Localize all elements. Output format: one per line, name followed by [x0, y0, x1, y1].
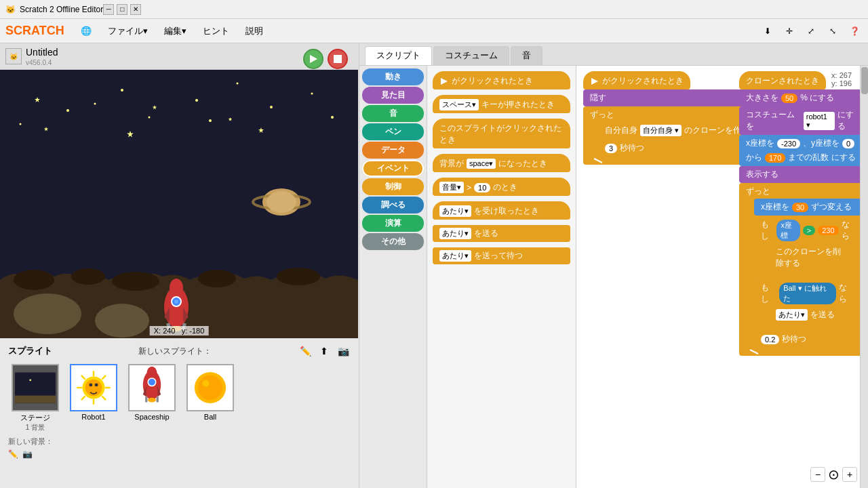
menu-help[interactable]: 説明 [240, 22, 269, 40]
setxy-y1[interactable]: 0 [842, 139, 854, 148]
send-wait-input[interactable]: あたり▾ [439, 250, 471, 262]
sprite-item-robot1[interactable]: Robot1 [66, 364, 121, 432]
backdrop-input[interactable]: space▾ [467, 159, 496, 169]
sound-input1[interactable]: 音量▾ [439, 182, 464, 193]
scrollbar-thumb[interactable] [861, 67, 868, 94]
set-costume-label2: にする [837, 109, 861, 132]
cat-control[interactable]: 制御 [362, 178, 424, 195]
zoom-out-button[interactable]: − [810, 467, 825, 482]
stop-button[interactable] [328, 49, 348, 69]
cat-data[interactable]: データ [362, 142, 424, 159]
sound-input2[interactable]: 10 [474, 183, 490, 192]
cat-events[interactable]: イベント [362, 160, 424, 177]
sprite-thumb-robot1 [70, 364, 117, 411]
zoom-out-icon[interactable]: ⤡ [825, 23, 841, 39]
download-icon[interactable]: ⬇ [760, 23, 776, 39]
stage-item[interactable]: ステージ 1 背景 [8, 364, 62, 432]
tab-script[interactable]: スクリプト [365, 46, 432, 65]
costume-dropdown[interactable]: robot1 ▾ [804, 112, 835, 130]
if-ball-label1: もし [761, 282, 776, 305]
sprite-item-spaceship[interactable]: Spaceship [125, 364, 179, 432]
menu-file[interactable]: ファイル▾ [102, 22, 153, 40]
palette-block-send-wait[interactable]: あたり▾ を送って待つ [433, 247, 570, 264]
svg-point-8 [277, 268, 320, 285]
if-x-cond1[interactable]: x座標 [776, 220, 800, 241]
block-show[interactable]: 表示する [739, 166, 868, 183]
wait-3-input[interactable]: 3 [605, 144, 617, 153]
clone-dropdown[interactable]: 自分自身 ▾ [640, 125, 682, 136]
stage-label: ステージ [20, 413, 50, 423]
zoom-in-icon[interactable]: ⤢ [803, 23, 819, 39]
palette-block-flag-clicked[interactable]: がクリックされたとき [433, 71, 570, 89]
key-pressed-input[interactable]: スペース▾ [439, 99, 479, 110]
send-atari-dropdown[interactable]: あたり▾ [776, 309, 808, 321]
camera-bg-icon[interactable]: 📷 [22, 449, 33, 459]
changex-val[interactable]: 30 [792, 203, 808, 212]
setxy-y2[interactable]: 170 [765, 153, 785, 163]
sprite-name-ball: Ball [204, 413, 216, 421]
block-clone-start[interactable]: クローンされたとき [739, 71, 826, 89]
block-wait-3[interactable]: 3 秒待つ [598, 140, 756, 157]
block-set-size[interactable]: 大きさを 50 % にする [739, 89, 868, 106]
if-ball-cond[interactable]: Ball ▾ に触れた [779, 283, 836, 304]
stage-bg-count: 1 背景 [26, 423, 45, 432]
block-flag-clicked-main[interactable]: がクリックされたとき [583, 71, 690, 89]
menu-globe[interactable]: 🌐 [75, 23, 97, 39]
if-x-val[interactable]: 230 [818, 226, 838, 235]
move-icon[interactable]: ✛ [781, 23, 797, 39]
help-icon[interactable]: ❓ [846, 23, 863, 39]
camera-sprite-button[interactable]: 📷 [336, 344, 351, 359]
block-if-x[interactable]: もし x座標 > 230 なら このクローンを削除する [754, 216, 861, 279]
cat-looks[interactable]: 見た目 [362, 87, 424, 104]
menu-edit[interactable]: 編集▾ [159, 22, 192, 40]
new-sprite-controls: ✏️ ⬆ 📷 [298, 344, 351, 359]
block-delete-clone[interactable]: このクローンを削除する [769, 243, 854, 272]
palette-block-key-pressed[interactable]: スペース▾ キーが押されたとき [433, 95, 570, 113]
palette-block-sprite-clicked[interactable]: このスプライトがクリックされたとき [433, 119, 570, 148]
block-make-clone[interactable]: 自分自身 自分自身 ▾ のクローンを作る [598, 122, 756, 139]
cat-motion[interactable]: 動き [362, 68, 424, 85]
sprite-panel-header: スプライト 新しいスプライト： ✏️ ⬆ 📷 [3, 341, 356, 361]
wait-02-val[interactable]: 0.2 [761, 335, 779, 344]
block-forever2-outer[interactable]: ずっと x座標を 30 ずつ変える もし [739, 183, 868, 356]
tab-sound[interactable]: 音 [511, 46, 542, 65]
svg-point-29 [174, 300, 178, 304]
cat-sensing[interactable]: 調べる [362, 197, 424, 214]
cat-more[interactable]: その他 [362, 233, 424, 250]
zoom-fit-icon[interactable]: ⊙ [828, 466, 840, 483]
stage-svg [0, 70, 358, 338]
block-if-ball[interactable]: もし Ball ▾ に触れた なら あたり▾ を送る [754, 279, 861, 330]
palette-block-send[interactable]: あたり▾ を送る [433, 225, 570, 242]
block-set-xy[interactable]: x座標を -230 、y座標を 0 から 170 までの乱数 にする [739, 135, 868, 166]
block-set-costume[interactable]: コスチュームを robot1 ▾ にする [739, 106, 868, 135]
scratch-logo: SCRATCH [5, 24, 64, 38]
block-wait-02[interactable]: 0.2 秒待つ [754, 331, 861, 348]
minimize-button[interactable]: ─ [103, 4, 114, 15]
block-forever-outer[interactable]: ずっと 自分自身 自分自身 ▾ のクローンを作る 3 [583, 106, 763, 165]
titlebar-icon: 🐱 [5, 5, 16, 14]
palette-block-sound[interactable]: 音量▾ > 10 のとき [433, 178, 570, 196]
block-change-x[interactable]: x座標を 30 ずつ変える [754, 199, 861, 216]
sprite-item-ball[interactable]: Ball [183, 364, 237, 432]
workspace-scrollbar[interactable] [860, 66, 868, 488]
broadcast-recv-input[interactable]: あたり▾ [439, 205, 471, 217]
zoom-in-button[interactable]: + [842, 467, 857, 482]
palette-block-broadcast-recv[interactable]: あたり▾ を受け取ったとき [433, 201, 570, 220]
size-value[interactable]: 50 [781, 94, 797, 103]
cat-operators[interactable]: 演算 [362, 215, 424, 232]
setxy-x[interactable]: -230 [777, 139, 800, 148]
paint-bg-icon[interactable]: ✏️ [8, 449, 18, 459]
green-flag-button[interactable] [303, 49, 323, 69]
menu-hints[interactable]: ヒント [197, 22, 235, 40]
block-hide[interactable]: 隠す [583, 89, 763, 106]
cat-pen[interactable]: ペン [362, 123, 424, 140]
restore-button[interactable]: □ [117, 4, 127, 15]
cat-sound[interactable]: 音 [362, 105, 424, 122]
close-button[interactable]: ✕ [130, 4, 141, 15]
tab-costume[interactable]: コスチューム [433, 46, 509, 65]
palette-block-backdrop[interactable]: 背景が space▾ になったとき [433, 154, 570, 172]
upload-sprite-button[interactable]: ⬆ [317, 344, 332, 359]
block-send-atari[interactable]: あたり▾ を送る [769, 306, 854, 323]
paint-sprite-button[interactable]: ✏️ [298, 344, 313, 359]
send-input[interactable]: あたり▾ [439, 228, 471, 239]
